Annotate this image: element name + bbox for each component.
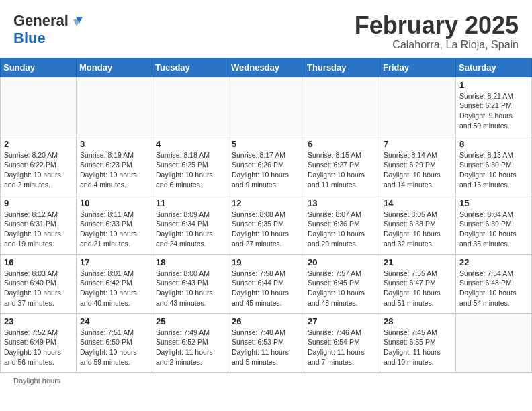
dow-header: Tuesday <box>152 58 228 77</box>
table-row <box>304 77 380 136</box>
dow-header: Wednesday <box>228 58 304 77</box>
title-section: February 2025 Calahorra, La Rioja, Spain <box>355 12 519 51</box>
logo-icon <box>71 14 84 28</box>
day-info: Sunrise: 8:07 AM Sunset: 6:36 PM Dayligh… <box>308 210 376 249</box>
dow-header: Friday <box>380 58 456 77</box>
day-number: 5 <box>232 139 300 149</box>
calendar-body: 1Sunrise: 8:21 AM Sunset: 6:21 PM Daylig… <box>1 77 532 372</box>
table-row: 22Sunrise: 7:54 AM Sunset: 6:48 PM Dayli… <box>456 254 532 313</box>
day-info: Sunrise: 8:03 AM Sunset: 6:40 PM Dayligh… <box>4 269 73 308</box>
day-info: Sunrise: 8:12 AM Sunset: 6:31 PM Dayligh… <box>4 210 73 249</box>
week-row: 16Sunrise: 8:03 AM Sunset: 6:40 PM Dayli… <box>1 254 532 313</box>
table-row: 18Sunrise: 8:00 AM Sunset: 6:43 PM Dayli… <box>152 254 228 313</box>
day-of-week-row: SundayMondayTuesdayWednesdayThursdayFrid… <box>1 58 532 77</box>
day-info: Sunrise: 8:15 AM Sunset: 6:27 PM Dayligh… <box>308 150 376 190</box>
day-number: 14 <box>384 198 452 208</box>
table-row: 25Sunrise: 7:49 AM Sunset: 6:52 PM Dayli… <box>152 313 228 372</box>
table-row: 12Sunrise: 8:08 AM Sunset: 6:35 PM Dayli… <box>228 195 304 254</box>
day-info: Sunrise: 8:00 AM Sunset: 6:43 PM Dayligh… <box>156 269 224 308</box>
day-info: Sunrise: 7:45 AM Sunset: 6:55 PM Dayligh… <box>384 328 452 367</box>
day-info: Sunrise: 7:58 AM Sunset: 6:44 PM Dayligh… <box>232 269 300 308</box>
day-number: 27 <box>308 316 376 326</box>
table-row <box>77 77 152 136</box>
day-number: 11 <box>156 198 224 208</box>
table-row: 26Sunrise: 7:48 AM Sunset: 6:53 PM Dayli… <box>228 313 304 372</box>
day-number: 16 <box>4 257 73 267</box>
day-info: Sunrise: 8:04 AM Sunset: 6:39 PM Dayligh… <box>459 210 528 249</box>
table-row: 17Sunrise: 8:01 AM Sunset: 6:42 PM Dayli… <box>77 254 152 313</box>
logo: General Blue <box>13 12 84 47</box>
logo-general: General <box>13 12 69 30</box>
table-row <box>456 313 532 372</box>
day-info: Sunrise: 8:14 AM Sunset: 6:29 PM Dayligh… <box>384 150 452 190</box>
location: Calahorra, La Rioja, Spain <box>355 39 519 51</box>
table-row: 15Sunrise: 8:04 AM Sunset: 6:39 PM Dayli… <box>456 195 532 254</box>
day-number: 15 <box>459 198 528 208</box>
day-number: 18 <box>156 257 224 267</box>
day-info: Sunrise: 8:17 AM Sunset: 6:26 PM Dayligh… <box>232 150 300 190</box>
day-info: Sunrise: 8:09 AM Sunset: 6:34 PM Dayligh… <box>156 210 224 249</box>
day-info: Sunrise: 8:08 AM Sunset: 6:35 PM Dayligh… <box>232 210 300 249</box>
week-row: 2Sunrise: 8:20 AM Sunset: 6:22 PM Daylig… <box>1 136 532 195</box>
day-number: 4 <box>156 139 224 149</box>
footer: Daylight hours <box>0 373 532 389</box>
day-number: 6 <box>308 139 376 149</box>
day-info: Sunrise: 8:18 AM Sunset: 6:25 PM Dayligh… <box>156 150 224 190</box>
table-row: 8Sunrise: 8:13 AM Sunset: 6:30 PM Daylig… <box>456 136 532 195</box>
table-row: 27Sunrise: 7:46 AM Sunset: 6:54 PM Dayli… <box>304 313 380 372</box>
dow-header: Monday <box>77 58 152 77</box>
table-row: 20Sunrise: 7:57 AM Sunset: 6:45 PM Dayli… <box>304 254 380 313</box>
table-row <box>228 77 304 136</box>
table-row: 7Sunrise: 8:14 AM Sunset: 6:29 PM Daylig… <box>380 136 456 195</box>
day-info: Sunrise: 7:48 AM Sunset: 6:53 PM Dayligh… <box>232 328 300 367</box>
day-number: 1 <box>459 80 528 90</box>
day-number: 3 <box>80 139 148 149</box>
table-row: 21Sunrise: 7:55 AM Sunset: 6:47 PM Dayli… <box>380 254 456 313</box>
table-row: 6Sunrise: 8:15 AM Sunset: 6:27 PM Daylig… <box>304 136 380 195</box>
day-info: Sunrise: 8:11 AM Sunset: 6:33 PM Dayligh… <box>80 210 148 249</box>
dow-header: Thursday <box>304 58 380 77</box>
table-row: 23Sunrise: 7:52 AM Sunset: 6:49 PM Dayli… <box>1 313 77 372</box>
table-row: 4Sunrise: 8:18 AM Sunset: 6:25 PM Daylig… <box>152 136 228 195</box>
day-number: 19 <box>232 257 300 267</box>
day-number: 26 <box>232 316 300 326</box>
month-year: February 2025 <box>355 12 519 39</box>
day-info: Sunrise: 8:05 AM Sunset: 6:38 PM Dayligh… <box>384 210 452 249</box>
table-row <box>152 77 228 136</box>
day-info: Sunrise: 7:51 AM Sunset: 6:50 PM Dayligh… <box>80 328 148 367</box>
logo-blue: Blue <box>13 30 46 47</box>
day-number: 9 <box>4 198 73 208</box>
table-row: 11Sunrise: 8:09 AM Sunset: 6:34 PM Dayli… <box>152 195 228 254</box>
day-number: 13 <box>308 198 376 208</box>
day-info: Sunrise: 7:49 AM Sunset: 6:52 PM Dayligh… <box>156 328 224 367</box>
table-row: 5Sunrise: 8:17 AM Sunset: 6:26 PM Daylig… <box>228 136 304 195</box>
week-row: 9Sunrise: 8:12 AM Sunset: 6:31 PM Daylig… <box>1 195 532 254</box>
day-info: Sunrise: 8:21 AM Sunset: 6:21 PM Dayligh… <box>459 91 528 131</box>
week-row: 1Sunrise: 8:21 AM Sunset: 6:21 PM Daylig… <box>1 77 532 136</box>
table-row <box>380 77 456 136</box>
day-number: 2 <box>4 139 73 149</box>
calendar: SundayMondayTuesdayWednesdayThursdayFrid… <box>0 58 532 373</box>
footer-note: Daylight hours <box>13 377 60 385</box>
day-info: Sunrise: 7:55 AM Sunset: 6:47 PM Dayligh… <box>384 269 452 308</box>
day-number: 12 <box>232 198 300 208</box>
header: General Blue February 2025 Calahorra, La… <box>0 0 532 58</box>
day-number: 24 <box>80 316 148 326</box>
day-number: 8 <box>459 139 528 149</box>
table-row: 14Sunrise: 8:05 AM Sunset: 6:38 PM Dayli… <box>380 195 456 254</box>
table-row: 1Sunrise: 8:21 AM Sunset: 6:21 PM Daylig… <box>456 77 532 136</box>
dow-header: Saturday <box>456 58 532 77</box>
table-row: 2Sunrise: 8:20 AM Sunset: 6:22 PM Daylig… <box>1 136 77 195</box>
day-info: Sunrise: 8:19 AM Sunset: 6:23 PM Dayligh… <box>80 150 148 190</box>
table-row <box>1 77 77 136</box>
day-info: Sunrise: 7:52 AM Sunset: 6:49 PM Dayligh… <box>4 328 73 367</box>
table-row: 10Sunrise: 8:11 AM Sunset: 6:33 PM Dayli… <box>77 195 152 254</box>
day-info: Sunrise: 8:01 AM Sunset: 6:42 PM Dayligh… <box>80 269 148 308</box>
day-number: 10 <box>80 198 148 208</box>
week-row: 23Sunrise: 7:52 AM Sunset: 6:49 PM Dayli… <box>1 313 532 372</box>
day-info: Sunrise: 7:54 AM Sunset: 6:48 PM Dayligh… <box>459 269 528 308</box>
day-number: 21 <box>384 257 452 267</box>
day-info: Sunrise: 8:13 AM Sunset: 6:30 PM Dayligh… <box>459 150 528 190</box>
day-number: 20 <box>308 257 376 267</box>
table-row: 24Sunrise: 7:51 AM Sunset: 6:50 PM Dayli… <box>77 313 152 372</box>
